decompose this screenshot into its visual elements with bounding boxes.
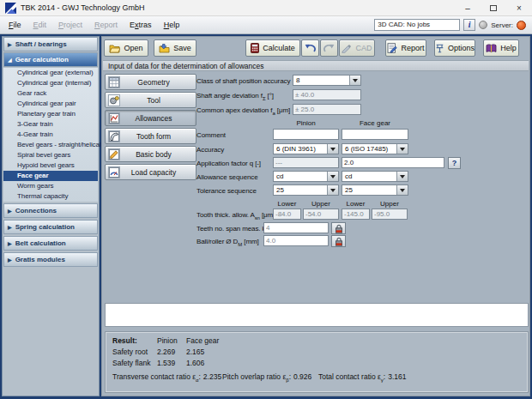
folder-open-icon (109, 44, 120, 53)
lock-icon (335, 237, 343, 246)
sidebar-group-spring-calculation[interactable]: ▶Spring calculation (3, 220, 98, 234)
calculate-button[interactable]: Calculate (245, 39, 300, 57)
class-accuracy-select[interactable]: 8 (293, 75, 361, 86)
transverse-contact-ratio: Transverse contact ratio εα:2.235 (112, 372, 221, 383)
open-button[interactable]: Open (104, 39, 148, 57)
nav-geometry-button[interactable]: Geometry (105, 74, 196, 90)
info-button[interactable]: i (463, 19, 475, 31)
allowance-sequence-label: Allowance sequence (196, 173, 258, 181)
chevron-down-icon[interactable] (396, 172, 408, 181)
bounds-header-upper-pinion: Upper (303, 200, 339, 208)
allowance-sequence-pinion-select[interactable]: cd (273, 171, 339, 182)
ball-roller-lock-button[interactable] (331, 235, 346, 247)
bounds-header-lower-pinion: Lower (273, 200, 301, 208)
nav-allowances-button[interactable]: Allowances (105, 110, 196, 126)
tolerance-sequence-label: Tolerance sequence (196, 187, 257, 195)
comment-pinion-input[interactable] (273, 129, 339, 140)
sidebar-item-3-gear-train[interactable]: 3-Gear train (3, 119, 98, 130)
close-button[interactable]: × (506, 0, 532, 15)
menu-file[interactable]: File (3, 19, 27, 31)
application-factor-help-button[interactable]: ? (448, 157, 461, 169)
application-factor-label: Application factor q [-] (196, 160, 261, 167)
sidebar-group-gear-calculation[interactable]: ◢Gear calculation (3, 52, 98, 67)
accuracy-face-select[interactable]: 6 (ISO 17485) (342, 143, 408, 154)
result-title: Result: (112, 336, 157, 345)
cad-status-box: 3D CAD: No jobs (374, 19, 460, 31)
sidebar-item-spiral-bevel-gears[interactable]: Spiral bevel gears (3, 150, 98, 160)
sidebar: ▶Shaft / bearings ◢Gear calculation Cyli… (2, 36, 100, 396)
result-panel: Result: Pinion Face gear Safety root 2.2… (105, 331, 529, 393)
result-row-safety-flank: Safety flank 1.539 1.606 (112, 359, 204, 367)
maximize-button[interactable] (481, 0, 506, 15)
collapsed-arrow-icon: ▶ (8, 208, 12, 214)
safety-flank-pinion-value: 1.539 (157, 359, 186, 367)
message-area (105, 303, 529, 327)
nav-load-capacity-button[interactable]: Load capacity (105, 164, 196, 180)
span-measure-input[interactable] (263, 222, 329, 233)
chevron-down-icon[interactable] (327, 172, 338, 181)
safety-flank-face-value: 1.606 (186, 359, 204, 367)
shaft-angle-label: Shaft angle deviation fΣ [°] (196, 92, 274, 101)
span-measure-label: Teeth no. span meas. k [-] (196, 225, 273, 233)
sidebar-item-face-gear[interactable]: Face gear (3, 171, 98, 181)
redo-button (320, 39, 338, 57)
nav-tool-button[interactable]: Tool (105, 92, 196, 108)
minimize-button[interactable]: – (455, 0, 481, 15)
sidebar-item-cylindrical-gear-external[interactable]: Cylindrical gear (external) (3, 68, 98, 78)
sidebar-item-cylindrical-gear-pair[interactable]: Cylindrical gear pair (3, 99, 98, 109)
common-apex-label: Common apex deviation fa [μm] (196, 106, 290, 116)
lock-icon (335, 224, 343, 233)
tolerance-sequence-face-select[interactable]: 25 (342, 184, 408, 196)
save-button[interactable]: Save (154, 39, 196, 57)
sidebar-group-shaft-bearings[interactable]: ▶Shaft / bearings (3, 37, 98, 51)
sidebar-item-bevel-gears[interactable]: Bevel gears - straight/helical (3, 140, 98, 150)
help-button[interactable]: Help (483, 39, 519, 57)
sidebar-item-thermal-capacity[interactable]: Thermal capacity (3, 191, 98, 202)
chevron-down-icon[interactable] (327, 185, 338, 195)
sidebar-item-gear-rack[interactable]: Gear rack (3, 88, 98, 99)
sidebar-group-gratis-modules[interactable]: ▶Gratis modules (3, 252, 98, 267)
allowances-chart-icon (108, 112, 120, 124)
chevron-down-icon[interactable] (396, 144, 408, 154)
options-button[interactable]: Options (434, 39, 475, 57)
accuracy-pinion-select[interactable]: 6 (DIN 3961) (273, 143, 339, 154)
undo-button[interactable] (301, 39, 319, 57)
sidebar-item-planetary-gear-train[interactable]: Planetary gear train (3, 109, 98, 119)
menu-edit: Edit (27, 19, 53, 31)
span-measure-lock-button[interactable] (331, 222, 346, 234)
tooth-thickness-upper-pinion-field (303, 209, 339, 220)
allowance-sequence-face-select[interactable]: cd (342, 171, 408, 182)
chevron-down-icon[interactable] (396, 185, 408, 195)
report-button[interactable]: Report (385, 39, 426, 57)
menu-help[interactable]: Help (158, 19, 186, 31)
folder-save-icon (159, 44, 170, 53)
chevron-down-icon[interactable] (349, 76, 360, 85)
sidebar-group-connections[interactable]: ▶Connections (3, 203, 98, 218)
total-contact-ratio: Total contact ratio εγ:3.161 (318, 372, 406, 383)
bounds-header-lower-face: Lower (342, 200, 370, 208)
sidebar-group-belt-calculation[interactable]: ▶Belt calculation (3, 236, 98, 251)
content-panel: Open Save Calculate CAD Report (101, 36, 530, 396)
expanded-arrow-icon: ◢ (8, 57, 12, 63)
application-factor-face-input[interactable] (342, 157, 444, 168)
calculator-icon (251, 43, 259, 53)
class-accuracy-label: Class of shaft position accuracy (196, 77, 290, 85)
bounds-header-upper-face: Upper (372, 200, 408, 208)
shaft-angle-field (293, 89, 361, 100)
nav-tooth-form-button[interactable]: Tooth form (105, 128, 196, 144)
sidebar-item-worm-gears[interactable]: Worm gears (3, 181, 98, 191)
application-factor-pinion-field (273, 157, 339, 168)
undo-icon (305, 44, 316, 53)
comment-face-input[interactable] (342, 129, 408, 140)
chevron-down-icon[interactable] (327, 144, 338, 154)
sidebar-item-hypoid-bevel-gears[interactable]: Hypoid bevel gears (3, 160, 98, 171)
sidebar-item-4-gear-train[interactable]: 4-Gear train (3, 130, 98, 140)
cad-icon (342, 44, 352, 53)
menu-extras[interactable]: Extras (124, 19, 158, 31)
ball-roller-input[interactable] (263, 235, 329, 246)
nav-basic-body-button[interactable]: Basic body (105, 146, 196, 162)
options-tool-icon (435, 44, 444, 53)
window-title: TBK 2014 - GWJ Technology GmbH (21, 3, 144, 12)
sidebar-item-cylindrical-gear-internal[interactable]: Cylindrical gear (internal) (3, 78, 98, 88)
tolerance-sequence-pinion-select[interactable]: 25 (273, 184, 339, 196)
